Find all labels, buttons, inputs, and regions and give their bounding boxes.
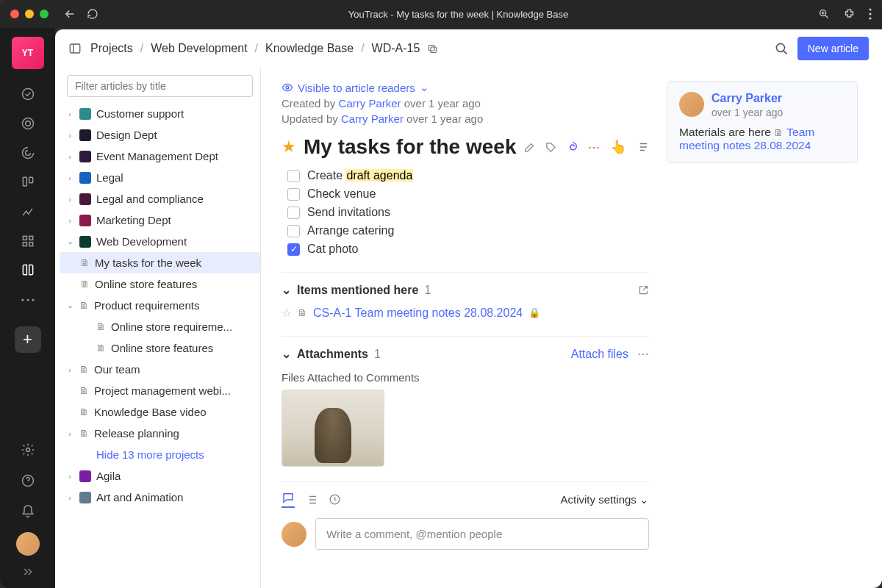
external-link-icon[interactable] (638, 284, 649, 295)
svg-point-14 (26, 298, 29, 301)
checkbox[interactable] (287, 225, 300, 237)
apps-icon[interactable] (18, 231, 38, 251)
maximize-window[interactable] (40, 10, 49, 18)
svg-point-21 (776, 43, 784, 51)
tree-item[interactable]: 🗎Project management webi... (60, 380, 260, 401)
author-link[interactable]: Carry Parker (341, 112, 404, 125)
extension-icon[interactable] (843, 8, 856, 21)
commenter-name[interactable]: Carry Parker (711, 92, 783, 105)
svg-rect-11 (23, 243, 26, 246)
notifications-icon[interactable] (18, 501, 38, 522)
breadcrumb-item[interactable]: WD-A-15 (372, 42, 420, 55)
tree-item-prodreq[interactable]: ⌄🗎Product requirements (60, 295, 260, 316)
comments-tab[interactable] (282, 491, 295, 508)
svg-rect-7 (23, 177, 26, 186)
tree-item[interactable]: ›Marketing Dept (60, 209, 260, 231)
document-icon: 🗎 (96, 321, 106, 332)
tag-icon[interactable] (545, 141, 557, 154)
svg-point-13 (21, 298, 24, 301)
toc-icon[interactable] (636, 140, 649, 154)
tree-item[interactable]: 🗎Online store features (60, 273, 260, 295)
user-avatar[interactable] (16, 532, 40, 556)
tree-item[interactable]: ›🗎Release planning (60, 423, 260, 444)
checklist-item[interactable]: Create draft agenda (287, 169, 649, 182)
tree-item-current[interactable]: 🗎My tasks for the week (60, 252, 260, 273)
tree-item[interactable]: ›Legal and compliance (60, 188, 260, 209)
svg-rect-10 (29, 236, 32, 240)
tree-item[interactable]: ›Customer support (60, 103, 260, 124)
tree-item[interactable]: 🗎Knowledge Base video (60, 401, 260, 423)
breadcrumb-item[interactable]: Knowledge Base (265, 42, 354, 55)
filter-input[interactable] (67, 75, 253, 97)
knowledge-base-icon[interactable] (18, 260, 38, 281)
more-icon[interactable]: ⋯ (637, 347, 649, 361)
checklist-item[interactable]: Arrange catering (287, 224, 649, 237)
mentions-header[interactable]: ⌄ Items mentioned here 1 (282, 272, 649, 297)
breadcrumb-item[interactable]: Web Development (151, 42, 247, 55)
svg-point-4 (22, 89, 33, 100)
attach-files-link[interactable]: Attach files (571, 348, 628, 361)
document-icon: 🗎 (79, 300, 89, 311)
attachment-thumbnail[interactable] (282, 390, 384, 467)
agile-icon[interactable] (18, 143, 38, 163)
star-outline-icon[interactable]: ☆ (282, 306, 292, 320)
settings-icon[interactable] (18, 440, 38, 460)
checkbox-checked[interactable]: ✓ (287, 243, 300, 256)
checklist-item[interactable]: ✓Cat photo (287, 243, 649, 256)
tree-item[interactable]: 🗎Online store requireme... (60, 316, 260, 337)
target-icon[interactable] (18, 113, 38, 134)
copy-icon[interactable] (427, 43, 438, 54)
checkbox[interactable] (287, 170, 300, 182)
checklist-item[interactable]: Check venue (287, 187, 649, 201)
reports-icon[interactable] (18, 201, 38, 222)
boards-icon[interactable] (18, 172, 38, 193)
svg-point-3 (869, 17, 871, 19)
more-icon[interactable] (18, 290, 38, 310)
close-window[interactable] (10, 10, 19, 18)
expand-rail-icon[interactable] (22, 566, 34, 578)
reload-icon[interactable] (87, 8, 98, 20)
visibility-toggle[interactable]: Visible to article readers ⌄ (282, 81, 649, 94)
checkbox[interactable] (287, 188, 300, 201)
checkbox[interactable] (287, 207, 300, 219)
app-logo[interactable]: YT (12, 37, 44, 69)
mention-link[interactable]: CS-A-1 Team meeting notes 28.08.2024 (313, 306, 523, 320)
tasks-icon[interactable] (18, 84, 38, 104)
tree-item[interactable]: ›Design Dept (60, 124, 260, 146)
panel-icon[interactable] (68, 42, 82, 55)
tree-item[interactable]: ›Event Management Dept (60, 146, 260, 167)
list-tab[interactable] (305, 493, 318, 506)
star-icon[interactable]: ★ (282, 137, 296, 157)
tree-item-webdev[interactable]: ⌄Web Development (60, 231, 260, 252)
zoom-icon[interactable] (818, 8, 830, 20)
document-icon: 🗎 (80, 257, 90, 268)
tree-item[interactable]: ›🗎Our team (60, 359, 260, 380)
history-tab[interactable] (329, 493, 341, 506)
back-icon[interactable] (63, 7, 76, 21)
comment-input[interactable]: Write a comment, @mention people (315, 518, 649, 550)
kebab-icon[interactable] (869, 8, 872, 20)
tree-item[interactable]: 🗎Online store features (60, 337, 260, 359)
tree-item[interactable]: ›Legal (60, 167, 260, 188)
help-icon[interactable] (18, 470, 38, 491)
edit-icon[interactable] (523, 141, 536, 154)
minimize-window[interactable] (25, 10, 34, 18)
commenter-avatar[interactable] (679, 92, 704, 117)
breadcrumb: Projects/ Web Development/ Knowledge Bas… (90, 42, 438, 55)
search-icon[interactable] (775, 42, 789, 56)
checklist-item[interactable]: Send invitations (287, 206, 649, 219)
mention-item[interactable]: ☆ 🗎 CS-A-1 Team meeting notes 28.08.2024… (282, 306, 649, 320)
breadcrumb-item[interactable]: Projects (90, 42, 133, 55)
new-article-button[interactable]: New article (797, 37, 869, 60)
create-button[interactable]: + (15, 326, 41, 353)
ai-icon[interactable] (566, 140, 579, 154)
tree-item[interactable]: ›Agila (60, 465, 260, 487)
attachments-header[interactable]: ⌄ Attachments 1 Attach files ⋯ (282, 336, 649, 361)
hide-projects-link[interactable]: Hide 13 more projects (60, 444, 260, 465)
activity-settings-link[interactable]: Activity settings ⌄ (560, 493, 649, 506)
tree-item[interactable]: ›Art and Animation (60, 487, 260, 508)
window-controls (10, 10, 49, 18)
author-link[interactable]: Carry Parker (339, 97, 401, 110)
more-actions-icon[interactable]: ⋯ (588, 140, 601, 154)
svg-point-16 (26, 448, 29, 452)
